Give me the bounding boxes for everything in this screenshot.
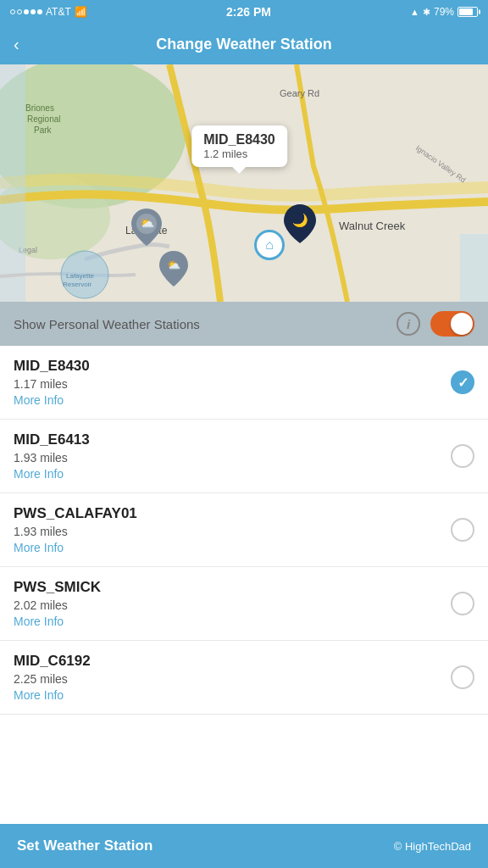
map-container: Geary Rd Lafayette Walnut Creek Briones … — [0, 64, 488, 302]
toggle-knob — [451, 313, 473, 335]
svg-rect-10 — [0, 64, 25, 302]
copyright-label: © HighTechDad — [394, 840, 471, 853]
station-list: MID_E84301.17 milesMore Info✓MID_E64131.… — [0, 346, 488, 824]
svg-text:Regional: Regional — [27, 114, 60, 124]
station-marker-2[interactable]: 🌙 — [284, 204, 316, 243]
home-icon: ⌂ — [265, 237, 274, 253]
more-info-link[interactable]: More Info — [14, 541, 137, 554]
tooltip-distance: 1.2 miles — [203, 147, 275, 160]
station-item[interactable]: PWS_SMICK2.02 milesMore Info — [0, 567, 488, 641]
station-distance: 2.25 miles — [14, 672, 91, 686]
station-info: PWS_CALAFAY011.93 milesMore Info — [14, 505, 137, 554]
signal-dot-1 — [10, 9, 15, 14]
map-tooltip[interactable]: MID_E8430 1.2 miles — [191, 125, 287, 167]
status-bar: AT&T 📶 2:26 PM ▲ ✱ 79% — [0, 0, 488, 24]
svg-text:Reservoir: Reservoir — [63, 281, 92, 288]
status-time: 2:26 PM — [226, 5, 271, 19]
station-distance: 1.17 miles — [14, 377, 90, 391]
toggle-label: Show Personal Weather Stations — [14, 317, 200, 331]
status-left: AT&T 📶 — [10, 6, 87, 18]
svg-text:Park: Park — [34, 125, 53, 135]
carrier-label: AT&T — [46, 6, 71, 18]
toggle-group: i — [396, 311, 474, 337]
radio-button[interactable] — [451, 665, 474, 689]
svg-text:Geary Rd: Geary Rd — [280, 88, 319, 98]
personal-stations-toggle[interactable] — [430, 311, 474, 337]
svg-text:Walnut Creek: Walnut Creek — [339, 220, 406, 232]
status-right: ▲ ✱ 79% — [410, 6, 478, 18]
set-weather-station-button[interactable]: Set Weather Station — [17, 837, 152, 854]
signal-dot-5 — [37, 9, 42, 14]
more-info-link[interactable]: More Info — [14, 393, 90, 407]
station-item[interactable]: PWS_CALAFAY011.93 milesMore Info — [0, 493, 488, 567]
svg-text:⛅: ⛅ — [140, 216, 155, 231]
svg-text:Briones: Briones — [25, 103, 54, 113]
signal-dot-4 — [30, 9, 36, 14]
header: ‹ Change Weather Station — [0, 24, 488, 64]
battery-fill — [459, 8, 473, 15]
battery-box — [458, 7, 478, 17]
checkmark-icon: ✓ — [458, 375, 469, 391]
station-distance: 2.02 miles — [14, 598, 101, 612]
station-info: MID_C61922.25 milesMore Info — [14, 653, 91, 702]
battery-percent: 79% — [434, 6, 454, 18]
station-name: PWS_SMICK — [14, 579, 101, 596]
svg-text:Lafayette: Lafayette — [66, 272, 94, 280]
page-title: Change Weather Station — [156, 36, 332, 53]
tooltip-station-id: MID_E8430 — [203, 132, 275, 147]
radio-button[interactable] — [451, 518, 474, 542]
info-button[interactable]: i — [396, 312, 420, 336]
radio-button[interactable]: ✓ — [451, 370, 474, 394]
map-background: Geary Rd Lafayette Walnut Creek Briones … — [0, 64, 488, 302]
station-distance: 1.93 miles — [14, 451, 90, 465]
station-marker-1[interactable]: ⛅ — [131, 209, 162, 246]
station-marker-3[interactable]: ⛅ — [159, 251, 188, 287]
station-name: MID_E8430 — [14, 358, 90, 375]
footer: Set Weather Station © HighTechDad — [0, 824, 488, 868]
back-button[interactable]: ‹ — [14, 35, 19, 54]
more-info-link[interactable]: More Info — [14, 467, 90, 481]
station-item[interactable]: MID_C61922.25 milesMore Info — [0, 641, 488, 715]
more-info-link[interactable]: More Info — [14, 615, 101, 628]
bluetooth-icon: ✱ — [423, 7, 430, 18]
svg-text:⛅: ⛅ — [167, 258, 181, 272]
back-arrow-icon: ‹ — [14, 35, 19, 54]
station-item[interactable]: MID_E64131.93 milesMore Info — [0, 420, 488, 493]
signal-dot-3 — [24, 9, 29, 14]
station-info: MID_E64131.93 milesMore Info — [14, 431, 90, 481]
wifi-icon: 📶 — [75, 6, 87, 18]
station-item[interactable]: MID_E84301.17 milesMore Info✓ — [0, 346, 488, 420]
svg-text:🌙: 🌙 — [292, 213, 308, 228]
station-info: PWS_SMICK2.02 milesMore Info — [14, 579, 101, 628]
station-info: MID_E84301.17 milesMore Info — [14, 358, 90, 407]
station-name: MID_C6192 — [14, 653, 91, 670]
battery-indicator — [458, 7, 478, 17]
more-info-link[interactable]: More Info — [14, 688, 91, 702]
radio-button[interactable] — [451, 592, 474, 615]
signal-dot-2 — [17, 9, 22, 14]
radio-button[interactable] — [451, 444, 474, 468]
info-icon: i — [407, 317, 410, 331]
signal-dots — [10, 9, 42, 14]
station-distance: 1.93 miles — [14, 525, 137, 538]
location-icon: ▲ — [410, 7, 419, 17]
toggle-bar: Show Personal Weather Stations i — [0, 302, 488, 346]
home-marker: ⌂ — [254, 230, 285, 260]
station-name: PWS_CALAFAY01 — [14, 505, 137, 522]
svg-rect-11 — [460, 234, 488, 302]
station-name: MID_E6413 — [14, 431, 90, 448]
